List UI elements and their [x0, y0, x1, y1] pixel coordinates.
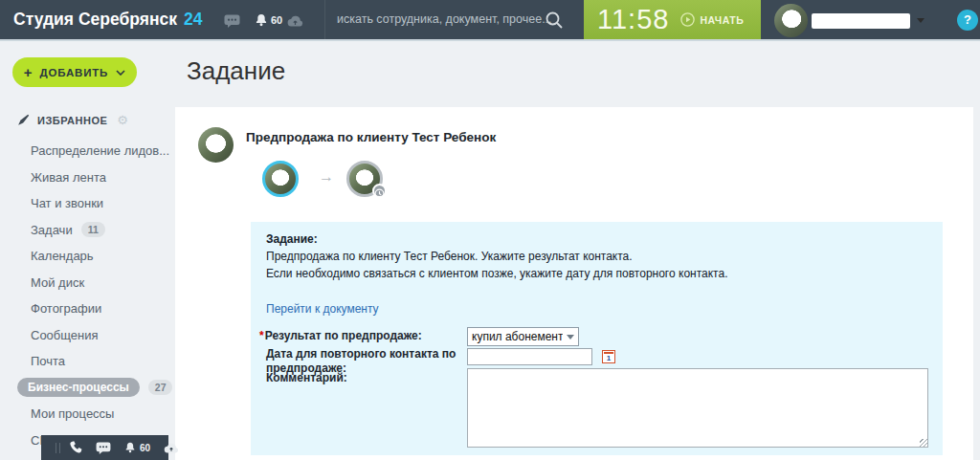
task-title: Предпродажа по клиенту Тест Ребенок [246, 130, 496, 144]
favorites-header: ИЗБРАННОЕ ⚙ [16, 114, 128, 127]
date-input[interactable] [467, 348, 592, 365]
pin-icon [16, 114, 30, 127]
sidebar-item-label: Бизнес-процессы [17, 378, 140, 397]
cloud-icon[interactable] [164, 443, 179, 453]
chevron-down-icon [116, 70, 125, 76]
sidebar-item-drive[interactable]: Мой диск [0, 270, 172, 296]
task-text-line2: Если необходимо связаться с клиентом поз… [266, 267, 727, 280]
sidebar-item-chat[interactable]: Чат и звонки [0, 190, 172, 217]
sidebar-item-badge: 11 [81, 222, 105, 237]
sidebar-item-label: Распределение лидов... [31, 143, 169, 158]
sidebar-item-label: Мои процессы [31, 406, 114, 421]
task-author-avatar[interactable] [198, 127, 234, 163]
go-to-document-link[interactable]: Перейти к документу [266, 302, 379, 316]
result-select-wrap: купил абонемент [467, 327, 579, 346]
sidebar-item-photos[interactable]: Фотографии [0, 296, 172, 322]
app-logo[interactable]: Студия Серебрянск24 [13, 0, 202, 41]
sidebar-item-feed[interactable]: Живая лента [0, 164, 172, 191]
arrow-right-icon: → [319, 168, 334, 186]
start-workday-button[interactable]: НАЧАТЬ [680, 12, 744, 27]
logo-24-suffix: 24 [184, 10, 202, 29]
bell-icon[interactable] [124, 441, 136, 454]
add-button[interactable]: + ДОБАВИТЬ [12, 57, 137, 87]
add-button-label: ДОБАВИТЬ [40, 67, 109, 78]
sidebar-item-leads[interactable]: Распределение лидов... [0, 138, 172, 164]
sidebar-item-badge: 27 [148, 380, 173, 395]
result-select[interactable]: купил абонемент [467, 327, 579, 346]
sidebar-item-label: Живая лента [31, 170, 106, 185]
footer-bell-count: 60 [140, 443, 150, 453]
required-mark: * [259, 329, 264, 342]
comment-field-label: Комментарий: [266, 371, 347, 385]
calendar-icon-number: 1 [603, 354, 614, 362]
favorites-label: ИЗБРАННОЕ [37, 115, 107, 126]
task-text-line1: Предпродажа по клиенту Тест Ребенок. Ука… [266, 250, 633, 263]
notifications-count[interactable]: 60 [271, 14, 282, 26]
comment-textarea[interactable] [467, 368, 928, 448]
sidebar-item-label: Фотографии [31, 301, 101, 316]
pending-clock-badge-icon [372, 184, 387, 198]
chat-messages-icon[interactable] [224, 14, 240, 28]
disk-cloud-icon[interactable] [287, 15, 303, 27]
phone-icon[interactable] [69, 441, 82, 454]
sidebar-item-label: Чат и звонки [31, 196, 103, 210]
sidebar-item-bizproc[interactable]: Бизнес-процессы27 [0, 375, 172, 402]
top-header: Студия Серебрянск24 60 искать сотрудника… [0, 0, 980, 41]
sidebar-item-label: Сообщения [31, 328, 99, 342]
user-name[interactable] [812, 13, 910, 29]
sidebar-footer-bar[interactable]: 60 [41, 435, 168, 460]
help-button[interactable]: ? [957, 10, 978, 31]
calendar-picker-icon[interactable]: 1 [602, 350, 615, 363]
gear-icon[interactable]: ⚙ [117, 114, 128, 127]
search-input[interactable]: искать сотрудника, документ, прочее... [337, 0, 552, 39]
play-icon [680, 12, 695, 27]
result-field-label: *Результат по предпродаже: [259, 329, 422, 343]
search-icon[interactable] [545, 11, 564, 30]
drag-handle-icon[interactable] [56, 443, 60, 453]
sidebar-item-mail[interactable]: Почта [0, 348, 172, 375]
sidebar-item-messages[interactable]: Сообщения [0, 322, 172, 349]
header-divider [324, 0, 325, 39]
sidebar-menu: Распределение лидов...Живая лентаЧат и з… [0, 138, 172, 453]
notifications-bell-icon[interactable] [255, 12, 268, 28]
textarea-resize-handle[interactable] [920, 439, 927, 447]
user-menu-caret-icon[interactable] [917, 18, 924, 23]
sidebar-item-label: Задачи [31, 223, 73, 237]
worktime-widget[interactable]: 11:58 НАЧАТЬ [584, 0, 761, 39]
task-heading: Задание: [266, 232, 318, 246]
sidebar-item-label: Мой диск [31, 275, 84, 290]
sidebar-item-myproc[interactable]: Мои процессы [0, 401, 172, 427]
page-title: Задание [187, 56, 285, 86]
sidebar-item-calendar[interactable]: Календарь [0, 243, 172, 270]
chat-bubble-icon[interactable] [96, 442, 111, 454]
sidebar-item-tasks[interactable]: Задачи11 [0, 217, 172, 244]
user-avatar[interactable] [774, 4, 808, 37]
sidebar-item-label: Почта [31, 354, 65, 368]
participant-avatar-current[interactable] [262, 161, 299, 197]
start-label: НАЧАТЬ [700, 14, 744, 26]
sidebar-item-label: Календарь [31, 249, 94, 263]
plus-icon: + [24, 64, 33, 80]
company-name: Студия Серебрянск [13, 10, 177, 29]
clock-time: 11:58 [597, 4, 669, 35]
